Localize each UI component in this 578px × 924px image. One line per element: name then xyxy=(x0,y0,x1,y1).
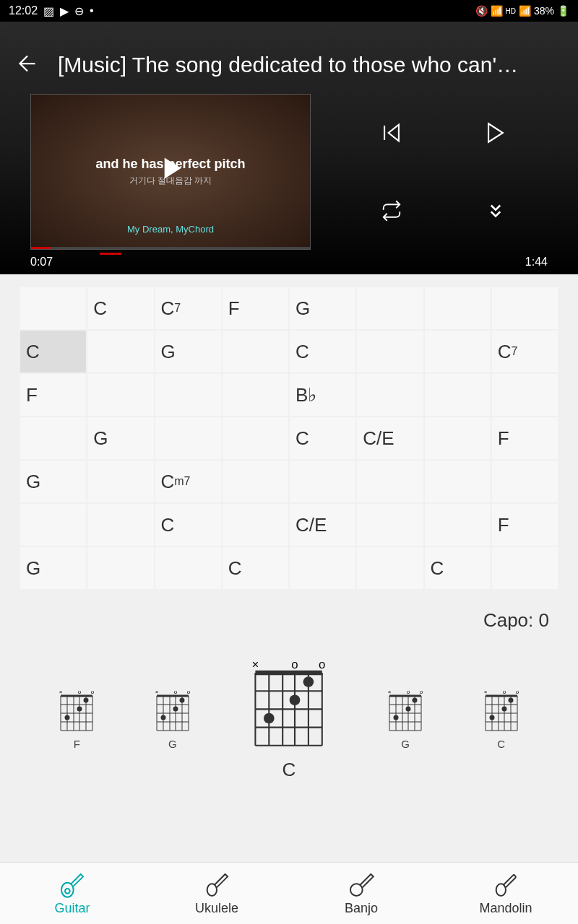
chord-cell[interactable] xyxy=(425,504,491,546)
chord-cell[interactable] xyxy=(87,331,153,372)
chord-cell[interactable]: G xyxy=(155,331,221,372)
playback-marker[interactable] xyxy=(100,253,121,255)
chord-cell[interactable] xyxy=(87,461,153,502)
chord-diagram[interactable]: × o o G xyxy=(154,689,191,750)
chord-cell[interactable] xyxy=(357,461,423,502)
chord-cell[interactable]: G xyxy=(20,461,86,502)
svg-text:o: o xyxy=(91,689,95,695)
svg-text:o: o xyxy=(319,658,326,671)
chord-cell[interactable] xyxy=(87,374,153,416)
chord-cell[interactable]: Cm7 xyxy=(155,461,221,502)
chord-cell[interactable]: C xyxy=(20,331,86,372)
previous-button[interactable] xyxy=(370,111,413,154)
svg-text:o: o xyxy=(515,689,519,695)
battery-icon: 🔋 xyxy=(557,5,569,17)
svg-text:×: × xyxy=(388,689,392,695)
chord-cell[interactable] xyxy=(492,374,558,416)
chord-cell[interactable]: F xyxy=(492,504,558,546)
chord-cell[interactable]: C xyxy=(223,547,288,589)
chord-diagram[interactable]: × o o F xyxy=(58,689,95,750)
play-icon xyxy=(152,150,189,194)
chord-cell[interactable]: C xyxy=(155,504,221,546)
svg-point-88 xyxy=(350,884,363,896)
svg-point-85 xyxy=(61,883,74,897)
chord-cell[interactable] xyxy=(492,461,558,502)
chord-cell[interactable] xyxy=(223,461,288,502)
chord-cell[interactable] xyxy=(223,374,288,416)
battery-text: 38% xyxy=(534,5,554,17)
nav-guitar[interactable]: Guitar xyxy=(0,863,144,924)
svg-point-12 xyxy=(77,707,82,712)
chord-cell[interactable]: F xyxy=(20,374,86,416)
svg-text:×: × xyxy=(483,689,487,695)
diagram-label: G xyxy=(401,738,410,750)
chord-diagram[interactable]: × o o C xyxy=(483,689,520,750)
svg-point-47 xyxy=(303,676,314,687)
svg-text:×: × xyxy=(59,689,63,695)
repeat-button[interactable] xyxy=(370,189,413,232)
chord-cell[interactable] xyxy=(492,287,558,329)
expand-button[interactable] xyxy=(474,189,517,232)
chord-cell[interactable] xyxy=(155,547,221,589)
chord-cell[interactable]: C7 xyxy=(492,331,558,372)
chord-cell[interactable] xyxy=(20,417,86,459)
svg-text:o: o xyxy=(292,658,298,671)
status-time: 12:02 xyxy=(9,4,38,17)
chord-cell[interactable] xyxy=(223,331,288,372)
signal-icon: 📶 xyxy=(519,5,531,17)
diagram-label: C xyxy=(282,759,296,781)
chord-cell[interactable] xyxy=(425,461,491,502)
chord-cell[interactable] xyxy=(155,417,221,459)
total-time: 1:44 xyxy=(525,256,548,269)
chord-cell[interactable] xyxy=(357,374,423,416)
svg-text:o: o xyxy=(174,689,178,695)
chord-cell[interactable] xyxy=(492,547,558,589)
chord-cell[interactable] xyxy=(425,287,491,329)
dnd-icon: ⊖ xyxy=(74,4,84,18)
chord-cell[interactable]: C7 xyxy=(155,287,221,329)
chord-cell[interactable] xyxy=(223,417,288,459)
chord-cell[interactable] xyxy=(20,287,86,329)
chord-cell[interactable] xyxy=(155,374,221,416)
chord-cell[interactable]: B♭ xyxy=(290,374,355,416)
svg-point-86 xyxy=(65,889,70,894)
video-thumbnail[interactable]: and he has perfect pitch 거기다 절대음감 까지 My … xyxy=(30,94,311,250)
chord-cell[interactable]: C xyxy=(87,287,153,329)
chord-cell[interactable] xyxy=(87,547,153,589)
chord-cell[interactable] xyxy=(290,547,355,589)
chord-cell[interactable] xyxy=(357,331,423,372)
play-button[interactable] xyxy=(474,111,517,154)
chord-cell[interactable]: C/E xyxy=(357,417,423,459)
chord-cell[interactable]: G xyxy=(290,287,355,329)
chord-cell[interactable]: F xyxy=(223,287,288,329)
chord-cell[interactable] xyxy=(425,374,491,416)
svg-point-79 xyxy=(489,715,494,720)
capo-label: Capo: 0 xyxy=(0,589,578,643)
svg-point-62 xyxy=(394,715,399,720)
chord-cell[interactable] xyxy=(425,417,491,459)
nav-banjo[interactable]: Banjo xyxy=(289,863,434,924)
nav-mandolin[interactable]: Mandolin xyxy=(434,863,578,924)
chord-cell[interactable]: G xyxy=(20,547,86,589)
chord-cell[interactable]: C xyxy=(425,547,491,589)
video-progress[interactable] xyxy=(31,247,310,249)
svg-point-46 xyxy=(290,694,301,705)
chord-cell[interactable] xyxy=(223,504,288,546)
chord-cell[interactable] xyxy=(357,504,423,546)
chord-cell[interactable]: C xyxy=(290,331,355,372)
chord-diagram[interactable]: × o o G xyxy=(387,689,424,750)
diagram-label: F xyxy=(74,738,80,750)
chord-cell[interactable] xyxy=(357,547,423,589)
chord-cell[interactable]: C/E xyxy=(290,504,355,546)
chord-cell[interactable] xyxy=(290,461,355,502)
back-button[interactable] xyxy=(14,51,40,79)
chord-cell[interactable]: G xyxy=(87,417,153,459)
chord-cell[interactable]: F xyxy=(492,417,558,459)
nav-ukulele[interactable]: Ukulele xyxy=(144,863,289,924)
chord-cell[interactable] xyxy=(425,331,491,372)
chord-cell[interactable] xyxy=(87,504,153,546)
chord-cell[interactable] xyxy=(20,504,86,546)
chord-cell[interactable] xyxy=(357,287,423,329)
chord-cell[interactable]: C xyxy=(290,417,355,459)
chord-diagram[interactable]: × o o C xyxy=(249,658,328,781)
